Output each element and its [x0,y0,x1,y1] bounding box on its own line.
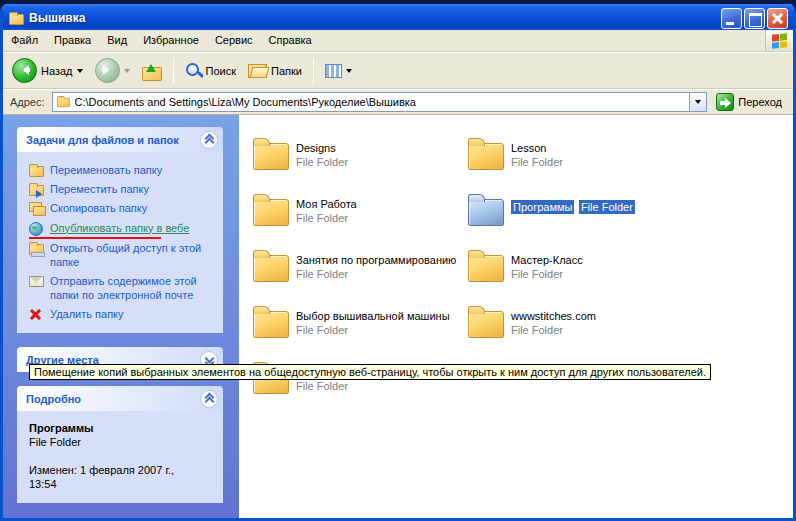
up-button[interactable] [137,56,167,85]
close-button[interactable] [767,8,788,29]
task-rename-folder[interactable]: Переименовать папку [29,160,219,179]
file-name: Designs [296,141,348,155]
file-type: File Folder [296,267,456,281]
file-text: Мастер-Класс File Folder [511,247,583,281]
folder-rename-icon [29,166,44,177]
file-type: File Folder [511,323,596,337]
icon-slot [29,307,45,321]
search-button[interactable]: Поиск [180,59,241,82]
file-type: File Folder [296,211,357,225]
file-item-moya-rabota[interactable]: Моя Работа File Folder [253,191,468,234]
address-dropdown-button[interactable] [689,93,706,111]
window-folder-icon [9,14,24,25]
task-label: Опубликовать папку в вебе [50,221,189,235]
menu-edit[interactable]: Правка [46,30,99,51]
icon-slot [29,201,45,216]
task-label: Переместить папку [50,182,149,196]
file-item-designs[interactable]: Designs File Folder [253,135,468,178]
back-icon [12,58,37,83]
file-item-vybor-mashiny[interactable]: Выбор вышивальной машины File Folder [253,303,468,346]
file-type: File Folder [296,379,348,393]
task-label: Отправить содержимое этой папки по элект… [50,274,219,302]
section-file-tasks-body: Переименовать папку Переместить папку Ск… [17,152,223,333]
menu-view[interactable]: Вид [99,30,135,51]
chevron-down-icon [205,355,214,365]
forward-icon [95,58,120,83]
file-name: wwwstitches.com [511,309,596,323]
go-label: Переход [738,96,782,108]
windows-logo-icon [772,33,787,49]
views-dropdown-icon [346,69,352,76]
folder-share-icon [29,244,44,255]
views-button[interactable] [320,61,357,81]
address-value: C:\Documents and Settings\Liza\My Docume… [75,96,416,108]
folders-icon [248,64,267,78]
section-details: Подробно Программы File Folder Изменен: … [17,386,223,503]
task-publish-folder[interactable]: Опубликовать папку в вебе [29,218,219,238]
icon-slot [29,221,45,236]
file-list-pane: Designs File Folder Lesson File Folder М… [239,115,793,518]
file-type: File Folder [511,155,563,169]
maximize-button[interactable] [744,8,765,29]
folder-icon-selected [468,199,504,226]
toolbar-separator [313,58,314,84]
window-body: Задачи для файлов и папок Переименовать … [3,115,793,518]
menu-tools[interactable]: Сервис [207,30,261,51]
task-label: Открыть общий доступ к этой папке [50,241,219,269]
file-text: Designs File Folder [296,135,348,169]
file-item-zanyatiya[interactable]: Занятия по программированию File Folder [253,247,468,290]
section-title: Подробно [26,393,81,405]
details-body: Программы File Folder Изменен: 1 февраля… [17,411,223,503]
file-type: File Folder [296,323,450,337]
address-label: Адрес: [8,96,47,108]
collapse-button[interactable] [200,390,218,408]
file-item-programmy-selected[interactable]: Программы File Folder [468,191,683,234]
globe-icon [29,222,43,236]
tooltip: Помещение копий выбранных элементов на о… [29,364,711,380]
window-controls [721,8,788,29]
folder-icon [253,199,289,226]
section-details-header[interactable]: Подробно [17,386,223,411]
folder-icon [468,311,504,338]
task-label: Скопировать папку [50,201,147,215]
file-text: wwwstitches.com File Folder [511,303,596,337]
collapse-button[interactable] [200,131,218,149]
files-grid: Designs File Folder Lesson File Folder М… [253,135,793,402]
menu-file[interactable]: Файл [3,30,46,51]
task-delete-folder[interactable]: Удалить папку [29,304,219,323]
task-copy-folder[interactable]: Скопировать папку [29,198,219,218]
back-button[interactable]: Назад [7,55,88,86]
chevron-up-icon [205,135,214,145]
windows-logo [765,30,793,51]
go-button[interactable]: Переход [712,92,788,112]
folders-button[interactable]: Папки [243,61,307,81]
forward-button[interactable] [90,55,135,86]
file-item-wwwstitches[interactable]: wwwstitches.com File Folder [468,303,683,346]
delete-x-icon [29,308,41,321]
file-item-lesson[interactable]: Lesson File Folder [468,135,683,178]
address-combobox[interactable]: C:\Documents and Settings\Liza\My Docume… [52,92,708,112]
file-type: File Folder [296,155,348,169]
file-name: Занятия по программированию [296,253,456,267]
task-share-folder[interactable]: Открыть общий доступ к этой папке [29,238,219,271]
details-name: Программы [29,421,215,435]
folder-move-icon [29,185,44,196]
file-type: File Folder [579,200,635,214]
details-type: File Folder [29,435,215,449]
minimize-button[interactable] [721,8,742,29]
menubar: Файл Правка Вид Избранное Сервис Справка [3,30,793,52]
file-type: File Folder [511,267,583,281]
task-move-folder[interactable]: Переместить папку [29,179,219,198]
menu-favorites[interactable]: Избранное [135,30,207,51]
section-file-tasks-header[interactable]: Задачи для файлов и папок [17,127,223,152]
search-icon [185,62,202,79]
window-title: Вышивка [29,11,716,25]
file-text: Занятия по программированию File Folder [296,247,456,281]
task-email-folder[interactable]: Отправить содержимое этой папки по элект… [29,271,219,304]
icon-slot [29,274,45,287]
file-text: Программы File Folder [511,191,635,215]
file-item-master-klass[interactable]: Мастер-Класс File Folder [468,247,683,290]
file-text: Моя Работа File Folder [296,191,357,225]
menu-help[interactable]: Справка [261,30,320,51]
folder-icon [253,311,289,338]
